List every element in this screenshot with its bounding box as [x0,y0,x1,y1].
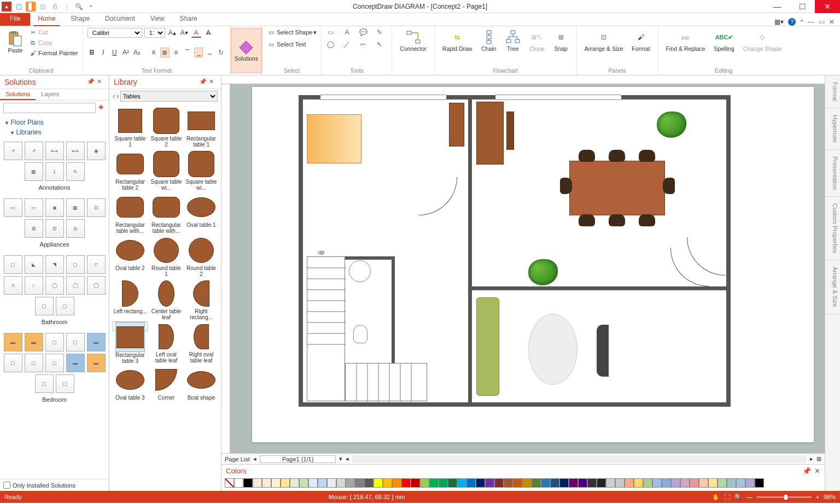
color-swatch[interactable] [587,478,597,488]
copy-button[interactable]: ⧉Copy [28,38,78,47]
library-shape[interactable]: Oval table 1 [185,192,218,234]
library-shape[interactable]: Oval table 2 [113,235,148,277]
tree-floor-plans[interactable]: Floor Plans [4,118,104,127]
paste-button[interactable]: Paste [4,30,26,56]
zoom-value[interactable]: 98% [824,494,836,500]
lib-thumb[interactable]: ◥ [45,255,64,274]
lib-thumb[interactable]: ◯ [66,276,85,295]
color-swatch[interactable] [634,478,643,488]
pencil-tool-icon[interactable]: ✎ [375,28,384,37]
color-swatch[interactable] [652,478,662,488]
color-swatch[interactable] [318,478,327,488]
color-swatch[interactable] [476,478,485,488]
solutions-categories[interactable]: ↗↗⟷⟷◉▦1↻ Annotations ▭▭◉▦⊡⊞⊟◎ Appliances… [0,139,109,479]
color-swatch[interactable] [550,478,559,488]
library-select[interactable]: Tables [120,91,218,102]
mdi-close-icon[interactable]: ✕ [829,18,835,26]
lib-thumb[interactable]: ▢ [4,354,22,372]
lib-thumb[interactable]: ▢ [25,354,43,372]
align-top-icon[interactable]: ⎺ [183,48,192,57]
lib-thumb[interactable]: ⊃ [4,276,22,295]
qat-new-icon[interactable]: ▢ [14,2,24,11]
lib-thumb[interactable]: ↗ [25,142,43,160]
color-swatch[interactable] [745,478,755,488]
solutions-filter-icon[interactable]: ◈ [96,103,106,113]
color-swatch[interactable] [755,478,764,488]
lib-thumb[interactable]: 1 [45,162,64,181]
color-swatch[interactable] [559,478,569,488]
superscript-button[interactable]: A² [121,48,131,57]
align-right-icon[interactable]: ≡ [172,48,181,57]
qat-dropdown-icon[interactable]: ▾ [86,2,96,11]
library-shape[interactable]: Rectangular table 2 [113,149,148,191]
lib-next-icon[interactable]: › [116,92,119,100]
color-swatch[interactable] [439,478,448,488]
library-shape[interactable]: Square table wi... [150,149,183,191]
change-shape-button[interactable]: ◇Change Shape [740,28,785,54]
pin-icon[interactable]: 📌 [802,467,811,475]
library-shape[interactable]: Center table leaf [150,278,183,320]
library-shape[interactable]: Right rectang... [185,278,218,320]
color-swatch[interactable] [597,478,606,488]
align-center-icon[interactable]: ≣ [160,48,170,57]
color-swatch[interactable] [708,478,718,488]
lib-thumb[interactable]: ⊟ [45,219,64,238]
page-indicator[interactable]: Page1 (1/1) [260,455,336,463]
library-shape[interactable]: Square table wi... [185,149,218,191]
library-shapes[interactable]: Square table 1Square table 2Rectangular … [109,103,221,491]
library-shape[interactable]: Round table 2 [185,235,218,277]
lib-thumb[interactable]: ▢ [66,333,85,351]
library-shape[interactable]: Rectangular table 3 [113,321,148,331]
line-tool-icon[interactable]: ／ [342,40,351,49]
mdi-min-icon[interactable]: — [808,18,814,26]
color-swatch[interactable] [281,478,290,488]
lib-thumb[interactable]: ▭ [4,198,22,217]
find-replace-button[interactable]: ⌕⌕Find & Replace [663,28,709,54]
pointer-tool-icon[interactable]: ↖ [375,40,384,49]
pin-icon[interactable]: 📌 [87,78,95,86]
align-bottom-icon[interactable]: ⎽ [205,48,214,57]
spelling-button[interactable]: ABC✔Spelling [710,28,737,54]
color-swatch[interactable] [355,478,364,488]
underline-button[interactable]: U [110,48,119,57]
qat-search-icon[interactable]: 🔍 [74,2,84,11]
snap-button[interactable]: ⊞Snap [550,28,572,54]
lib-thumb[interactable]: ▬ [25,333,43,351]
lib-prev-icon[interactable]: ‹ [113,92,115,100]
maximize-button[interactable]: ☐ [790,0,815,13]
color-swatch[interactable] [662,478,671,488]
color-swatch[interactable] [671,478,680,488]
hscrollbar[interactable] [352,455,807,463]
drawing-page[interactable]: up [230,84,825,453]
color-swatch[interactable] [429,478,439,488]
color-swatch[interactable] [271,478,281,488]
format-panel-button[interactable]: 🖌Format [628,28,653,54]
cat-bedroom[interactable]: Bedroom [0,395,109,408]
lib-thumb[interactable]: ▢ [56,374,74,393]
library-shape[interactable]: Left rectang... [113,278,148,320]
color-swatch[interactable] [532,478,541,488]
close-panel-icon[interactable]: ✕ [97,78,104,86]
color-swatch[interactable] [680,478,690,488]
cat-annotations[interactable]: Annotations [0,183,109,196]
tree-button[interactable]: Tree [502,28,524,54]
ruler-horizontal[interactable] [221,75,825,84]
format-painter-button[interactable]: 🖌Format Painter [28,49,78,57]
ribbon-options-icon[interactable]: ▦▾ [774,18,784,26]
color-swatch[interactable] [346,478,355,488]
color-swatch[interactable] [253,478,262,488]
color-swatch[interactable] [262,478,271,488]
color-swatch[interactable] [606,478,615,488]
lib-thumb[interactable]: ⊡ [87,198,106,217]
color-swatch[interactable] [643,478,652,488]
lib-thumb[interactable]: ▬ [87,333,106,351]
color-swatch[interactable] [374,478,383,488]
lib-thumb[interactable]: ▭ [25,198,43,217]
rtab-custom-properties[interactable]: Custom Properties [825,197,840,260]
solutions-search-input[interactable] [3,103,96,113]
cat-bathroom[interactable]: Bathroom [0,318,109,331]
lib-thumb[interactable]: ◣ [25,255,43,274]
lib-thumb[interactable]: ⊞ [25,219,43,238]
color-swatch[interactable] [243,478,253,488]
chain-button[interactable]: Chain [478,28,500,54]
